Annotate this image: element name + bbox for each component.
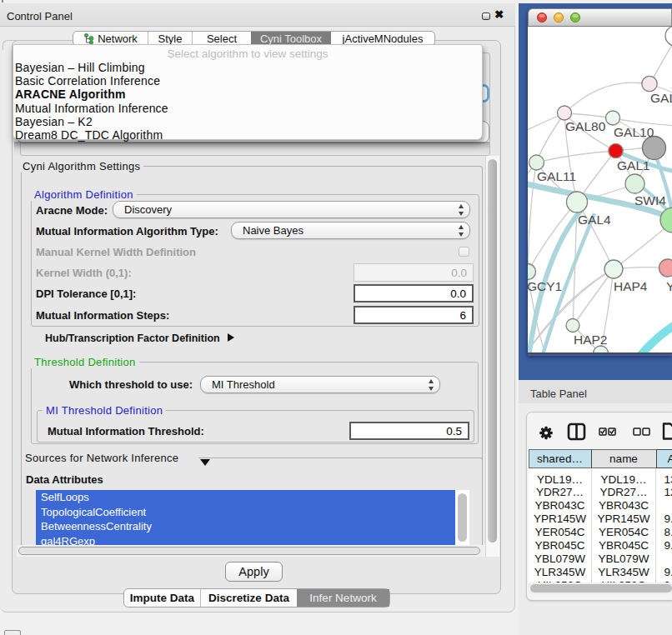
svg-text:GAL80: GAL80 [565,119,606,133]
svg-text:GAL1: GAL1 [617,158,650,172]
svg-text:GAL10: GAL10 [614,125,654,139]
svg-text:GAL4: GAL4 [578,212,611,227]
svg-text:YJ: YJ [666,279,672,293]
svg-text:GAL11: GAL11 [537,169,576,183]
svg-text:GAL7: GAL7 [650,91,672,105]
svg-text:GCY1: GCY1 [528,279,562,293]
svg-text:HAP4: HAP4 [614,279,648,293]
svg-text:SWI4: SWI4 [634,193,666,208]
svg-text:HAP2: HAP2 [574,332,608,347]
